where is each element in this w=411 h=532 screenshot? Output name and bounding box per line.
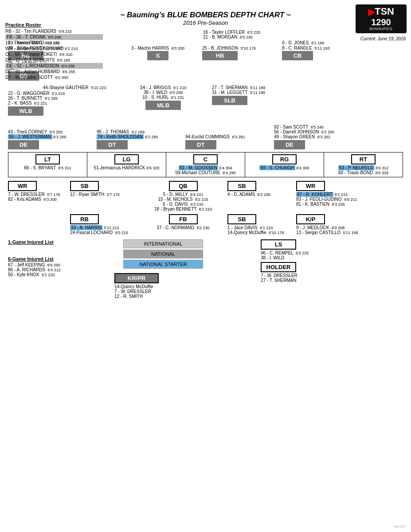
roster-item: DE - 91 - Adrian HUBBARD 6'6 255 bbox=[5, 69, 103, 74]
roster-item: FB - 36 - T. CRONK 6'0 248 bbox=[5, 34, 103, 40]
sb-left-col: SB 12 - Ryan SMITH 5'7 175 bbox=[70, 181, 139, 197]
pos-sb-right: SB bbox=[227, 181, 256, 191]
pos-sb-left: SB bbox=[70, 181, 99, 191]
pos-rt: RT bbox=[351, 154, 376, 164]
sb-right-col: SB 4 - D. ADAMS 6'2 185 bbox=[227, 181, 296, 197]
bottom-section: 1-Game Injured List 6-Game Injured List … bbox=[8, 239, 403, 299]
legend-international: INTERNATIONAL bbox=[123, 239, 203, 248]
slb-section: 27 - T. SHERMAN 5'11 189 31 - M. LEGGETT… bbox=[212, 85, 301, 105]
pos-fb: FB bbox=[169, 214, 198, 224]
lg-col: LG 51-Jermarcus HARDRICK 6'6 320 bbox=[87, 153, 166, 177]
mlb-section: 34 - J. BRIGGS 6'1 210 38 - I. WILD 6'0 … bbox=[114, 85, 212, 110]
tsn-logo: ▶ TSN 1290 WINNIPEG bbox=[356, 4, 407, 33]
top-loffler-morgan: 16 - Taylor LOFFLER 6'3 220 21 - B. MORG… bbox=[203, 30, 283, 39]
lb-section: 44-Shayne GAUTHIER 5'10 223 22 - G. WAGG… bbox=[8, 85, 403, 116]
one-game-label: 1-Game Injured List bbox=[8, 239, 110, 245]
ol-section: LT 66 - S. BRYANT 6'5 311 LG 51-Jermarcu… bbox=[8, 152, 403, 177]
center-bottom: INTERNATIONAL NATIONAL NATIONAL STARTER … bbox=[110, 239, 261, 299]
player-loffler: 16 - Taylor LOFFLER 6'3 220 bbox=[203, 30, 283, 35]
legend-national-starter: NATIONAL STARTER bbox=[123, 260, 203, 269]
pos-wlb: WLB bbox=[8, 106, 43, 116]
six-game-label: 6-Game Injured List bbox=[8, 256, 110, 262]
roster-item: DT - 99 - Padric SCOTT 6'0 300 bbox=[5, 74, 103, 80]
sb-bottom-col: SB 1 - Jace DAVIS 6'1 210 14-Quincy McDu… bbox=[227, 214, 296, 235]
pos-slb: SLB bbox=[212, 96, 247, 105]
rg-col: RG 69 - S. CHUNGH 6'4 300 bbox=[245, 153, 324, 177]
wr-left-col: WR 7 - W. DRESSLER 5'7 179 82 - Kris ADA… bbox=[8, 181, 70, 202]
pos-c: C bbox=[193, 154, 218, 164]
kp-col: K/P 9 - J. MEDLOCK 6'0 208 13 - Sergio C… bbox=[296, 214, 372, 235]
roster-item: WR - 88-Gerrard SHEPPARD 6'2 210 bbox=[5, 46, 103, 51]
pos-krpr: KR/PR bbox=[114, 273, 159, 283]
tsn-text: TSN bbox=[375, 6, 394, 17]
pos-s: S bbox=[147, 51, 169, 60]
legend: INTERNATIONAL NATIONAL NATIONAL STARTER bbox=[123, 239, 203, 269]
pos-cb-right: CB bbox=[282, 51, 313, 60]
pos-ls: LS bbox=[261, 239, 296, 250]
current-date: Current: June 19, 2016 bbox=[360, 36, 406, 41]
page: ▶ TSN 1290 WINNIPEG Current: June 19, 20… bbox=[0, 0, 411, 532]
fb-col: FB 37 - C. NORMAND 6'2 230 bbox=[139, 214, 227, 230]
pos-kp: K/P bbox=[296, 214, 325, 224]
legend-national: NATIONAL bbox=[123, 250, 203, 258]
pos-dt-left: DT bbox=[97, 140, 128, 149]
de-right: 92 - Sam SCOTT 6'5 245 56 - Darrell JOHN… bbox=[274, 125, 367, 149]
rt-col: RT 53 - P. NEUFELD 6'6 312 60 - Travis B… bbox=[324, 153, 403, 177]
de-left: 43 - Trent CORNEY 6'3 255 55 - J. WESTER… bbox=[8, 129, 97, 149]
watermark: xw-yrz bbox=[394, 524, 406, 528]
dt-left: 95 - J. THOMAS 6'2 269 74 - Keith SHOLOG… bbox=[97, 129, 185, 149]
pos-de-right: DE bbox=[274, 140, 305, 149]
wr-right-col: WR 87 - R. KOHLERT 6'2 213 83 - J. FEOLI… bbox=[296, 181, 372, 207]
roster-item: RB - 32 - Tim FLANDERS 5'9 210 bbox=[5, 28, 103, 34]
roster-item: DB - 17 - C.J. ROBERTS 6'0 180 bbox=[5, 57, 103, 63]
pos-lg: LG bbox=[114, 154, 139, 164]
practice-roster-heading: Practice Roster bbox=[5, 22, 103, 27]
pos-de-left: DE bbox=[8, 140, 39, 149]
pos-rg: RG bbox=[272, 154, 297, 164]
hb-right: 25 - B. JOHNSON 5'10 176 HB bbox=[202, 46, 282, 60]
roster-item: OL - 68 - Manase FOKETI 6'6 310 bbox=[5, 51, 103, 57]
pos-hb-right: HB bbox=[202, 51, 238, 60]
main-title: ~ Bauming's BLUE BOMBERS DEPTH CHART ~ bbox=[4, 11, 407, 20]
dl-section: 43 - Trent CORNEY 6'3 255 55 - J. WESTER… bbox=[8, 125, 403, 149]
pos-wr-left: WR bbox=[8, 181, 37, 191]
skill-section: WR 7 - W. DRESSLER 5'7 179 82 - Kris ADA… bbox=[8, 181, 403, 235]
cb-right-players: 0 - D. JONES 6'1 190 8 - C. RANDLE 5'11 … bbox=[282, 40, 371, 60]
practice-roster: Practice Roster RB - 32 - Tim FLANDERS 5… bbox=[5, 22, 103, 80]
spacer1 bbox=[8, 116, 403, 123]
s-center: 3 - Macho HARRIS 6'0 200 S bbox=[114, 46, 202, 60]
one-game-spacer bbox=[8, 245, 110, 254]
player-morgan: 21 - B. MORGAN 6'0 192 bbox=[203, 35, 283, 39]
gauthier-area: 44-Shayne GAUTHIER 5'10 223 bbox=[35, 85, 114, 90]
pos-lt: LT bbox=[35, 154, 60, 164]
roster-item: DE - 52 - L.RICHARDSON 6'4 236 bbox=[5, 63, 103, 69]
pos-qb: QB bbox=[169, 181, 198, 191]
tsn-city: WINNIPEG bbox=[369, 27, 393, 31]
lt-col: LT 66 - S. BRYANT 6'5 311 bbox=[8, 153, 87, 177]
rb-fb-row: RB 33 - A. HARRIS 5'11 213 24-Pascal LOC… bbox=[8, 214, 403, 235]
pos-holder: HOLDER bbox=[261, 262, 296, 272]
wlb-section: 44-Shayne GAUTHIER 5'10 223 22 - G. WAGG… bbox=[8, 85, 114, 116]
c-col: C 61 - M. GOOSSEN 6'4 304 59-Michael COU… bbox=[166, 153, 245, 177]
tsn-number: 1290 bbox=[371, 17, 391, 27]
pos-wr-right: WR bbox=[296, 181, 325, 191]
ls-holder-section: LS 46 - C. REMPEL 6'3 225 38 - I. WILD H… bbox=[261, 239, 349, 283]
pos-dt-right: DT bbox=[185, 140, 216, 149]
top-extra-left bbox=[114, 30, 203, 39]
roster-item: 19 - Thomas MAYO 6'2 225 bbox=[5, 40, 103, 46]
injury-lists: 1-Game Injured List 6-Game Injured List … bbox=[8, 239, 110, 277]
pos-rb: RB bbox=[70, 214, 99, 224]
skill-pos-labels-row: WR 7 - W. DRESSLER 5'7 179 82 - Kris ADA… bbox=[8, 181, 403, 211]
dt-right: 94-Euclid CUMMINGS 6'3 281 DT bbox=[185, 134, 274, 149]
pos-mlb: MLB bbox=[145, 101, 181, 110]
rb-col: RB 33 - A. HARRIS 5'11 213 24-Pascal LOC… bbox=[70, 214, 139, 235]
pos-sb-bottom: SB bbox=[227, 214, 256, 224]
krpr-section: KR/PR 14-Quincy McDuffie 7 - W. DRESSLER… bbox=[114, 273, 261, 299]
qb-col: QB 5 - D. WILLY 6'4 221 15 - M. NICHOLS … bbox=[139, 181, 227, 211]
